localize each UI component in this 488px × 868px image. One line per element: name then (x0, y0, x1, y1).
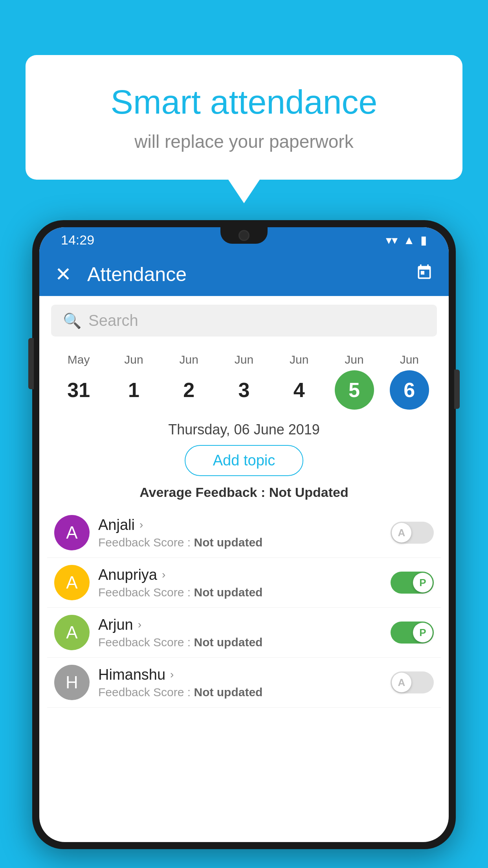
avatar: A (54, 615, 90, 650)
selected-date-label: Thursday, 06 June 2019 (39, 421, 449, 438)
signal-icon: ▲ (403, 234, 415, 247)
student-row[interactable]: AAnjali ›Feedback Score : Not updatedA (47, 508, 441, 558)
battery-icon: ▮ (420, 233, 427, 247)
avatar: A (54, 515, 90, 550)
phone-container: 14:29 ▾▾ ▲ ▮ ✕ Attendance 🔍 (32, 220, 456, 868)
power-button (28, 338, 34, 389)
toggle-knob: A (392, 523, 411, 542)
student-name: Himanshu › (98, 666, 382, 683)
cal-date-number: 5 (335, 370, 374, 410)
feedback-score: Feedback Score : Not updated (98, 536, 382, 549)
app-bar: ✕ Attendance (39, 253, 449, 296)
student-info: Himanshu ›Feedback Score : Not updated (98, 666, 382, 699)
student-name: Anupriya › (98, 566, 382, 583)
cal-date-number: 2 (169, 370, 209, 410)
attendance-toggle[interactable]: A (391, 671, 434, 693)
feedback-score: Feedback Score : Not updated (98, 686, 382, 699)
cal-month-label: Jun (180, 353, 198, 366)
student-row[interactable]: HHimanshu ›Feedback Score : Not updatedA (47, 658, 441, 708)
front-camera (238, 230, 250, 241)
speech-bubble-container: Smart attendance will replace your paper… (26, 55, 462, 203)
cal-month-label: May (68, 353, 90, 366)
chevron-right-icon: › (162, 568, 165, 581)
cal-date-number: 31 (59, 370, 98, 410)
speech-bubble-tail (228, 180, 260, 203)
toggle-container[interactable]: A (391, 522, 434, 544)
feedback-score: Feedback Score : Not updated (98, 586, 382, 599)
student-name: Anjali › (98, 517, 382, 533)
add-topic-button[interactable]: Add topic (185, 445, 303, 476)
cal-date-number: 3 (224, 370, 264, 410)
average-feedback-label: Average Feedback : (139, 485, 265, 500)
student-row[interactable]: AArjun ›Feedback Score : Not updatedP (47, 608, 441, 658)
student-info: Anupriya ›Feedback Score : Not updated (98, 566, 382, 599)
chevron-right-icon: › (170, 668, 174, 681)
app-bar-title: Attendance (87, 263, 400, 286)
cal-month-label: Jun (290, 353, 308, 366)
toggle-knob: P (413, 573, 433, 592)
speech-bubble: Smart attendance will replace your paper… (26, 55, 462, 180)
cal-month-label: Jun (400, 353, 419, 366)
cal-month-label: Jun (345, 353, 363, 366)
calendar-day[interactable]: May31 (59, 353, 98, 410)
search-icon: 🔍 (63, 312, 81, 329)
chevron-right-icon: › (138, 618, 141, 631)
toggle-container[interactable]: P (391, 572, 434, 594)
student-info: Anjali ›Feedback Score : Not updated (98, 517, 382, 549)
calendar-icon[interactable] (416, 264, 433, 285)
phone-screen: 14:29 ▾▾ ▲ ▮ ✕ Attendance 🔍 (39, 227, 449, 842)
attendance-toggle[interactable]: P (391, 622, 434, 644)
student-list: AAnjali ›Feedback Score : Not updatedAAA… (39, 508, 449, 708)
feedback-score: Feedback Score : Not updated (98, 636, 382, 649)
student-row[interactable]: AAnupriya ›Feedback Score : Not updatedP (47, 558, 441, 608)
speech-bubble-subtitle: will replace your paperwork (57, 131, 431, 152)
calendar-day[interactable]: Jun6 (390, 353, 429, 410)
cal-date-number: 4 (279, 370, 319, 410)
calendar-day[interactable]: Jun2 (169, 353, 209, 410)
toggle-knob: P (413, 623, 433, 642)
toggle-container[interactable]: P (391, 622, 434, 644)
student-name: Arjun › (98, 616, 382, 633)
close-button[interactable]: ✕ (55, 263, 72, 286)
calendar-day[interactable]: Jun4 (279, 353, 319, 410)
toggle-knob: A (392, 673, 411, 692)
phone-outer: 14:29 ▾▾ ▲ ▮ ✕ Attendance 🔍 (32, 220, 456, 849)
cal-month-label: Jun (124, 353, 143, 366)
average-feedback: Average Feedback : Not Updated (39, 485, 449, 500)
calendar-day[interactable]: Jun3 (224, 353, 264, 410)
volume-button (454, 370, 460, 409)
status-icons: ▾▾ ▲ ▮ (386, 233, 427, 247)
chevron-right-icon: › (139, 519, 143, 531)
calendar-day[interactable]: Jun5 (335, 353, 374, 410)
cal-month-label: Jun (235, 353, 253, 366)
speech-bubble-title: Smart attendance (57, 83, 431, 121)
search-bar[interactable]: 🔍 Search (51, 305, 437, 337)
wifi-icon: ▾▾ (386, 233, 398, 247)
avatar: H (54, 665, 90, 700)
avatar: A (54, 565, 90, 600)
cal-date-number: 6 (390, 370, 429, 410)
status-time: 14:29 (61, 232, 94, 248)
phone-notch (220, 227, 268, 244)
search-placeholder: Search (88, 312, 138, 329)
calendar-strip: May31Jun1Jun2Jun3Jun4Jun5Jun6 (39, 345, 449, 414)
calendar-day[interactable]: Jun1 (114, 353, 153, 410)
attendance-toggle[interactable]: A (391, 522, 434, 544)
cal-date-number: 1 (114, 370, 153, 410)
student-info: Arjun ›Feedback Score : Not updated (98, 616, 382, 649)
attendance-toggle[interactable]: P (391, 572, 434, 594)
average-feedback-value: Not Updated (269, 485, 349, 500)
toggle-container[interactable]: A (391, 671, 434, 693)
